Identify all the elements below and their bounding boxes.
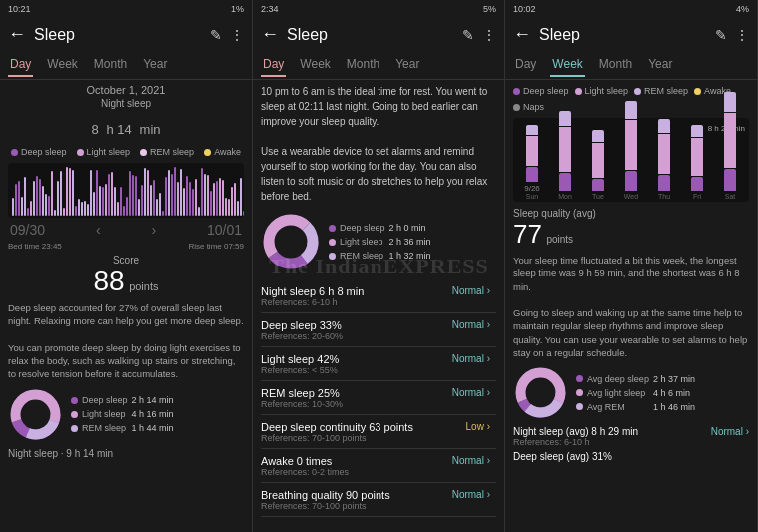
donut-val-deep-1: 2 h 14 min — [132, 395, 182, 405]
stat-badge-0[interactable]: Normal › — [446, 284, 496, 297]
tab-week-1[interactable]: Week — [45, 53, 79, 77]
rise-time-1: Rise time 07:59 — [188, 242, 244, 251]
back-button-1[interactable]: ← — [8, 24, 26, 45]
donut-label-deep-3: Avg deep sleep — [587, 374, 649, 384]
stat-badge-3[interactable]: Normal › — [446, 386, 496, 399]
tab-year-3[interactable]: Year — [646, 53, 674, 77]
donut-item-light-1: Light sleep 4 h 16 min — [71, 409, 182, 419]
night-sleep-avg-badge-3[interactable]: Normal › — [711, 426, 749, 437]
week-bar-mon: Mon — [550, 111, 580, 200]
status-battery-3: 4% — [736, 4, 749, 14]
edit-icon-3[interactable]: ✎ — [715, 27, 727, 43]
status-time-3: 10:02 — [513, 4, 536, 14]
stat-ref-3: References: 10-30% — [261, 399, 496, 409]
bar-deep-tue — [592, 179, 604, 191]
tab-bar-1: Day Week Month Year — [0, 51, 252, 80]
bar-day-fri: Fri — [693, 193, 701, 200]
donut-item-deep-1: Deep sleep 2 h 14 min — [71, 395, 182, 405]
week-bar-tue: Tue — [583, 130, 613, 200]
donut-dot-rem-1 — [71, 425, 78, 432]
donut-val-rem-1: 1 h 44 min — [132, 423, 182, 433]
dot-awake-1 — [204, 149, 211, 156]
sleep-duration-1: Night sleep 8 h 14 min — [8, 98, 244, 141]
donut-dot-light-3 — [576, 389, 583, 396]
bar-deep-mon — [559, 173, 571, 191]
stat-name-3: REM sleep 25% — [261, 387, 340, 399]
donut-val-light-2: 2 h 36 min — [389, 237, 439, 247]
quality-row-3: Sleep quality (avg) 77 points — [513, 208, 749, 250]
quality-score-3: 77 points — [513, 219, 596, 250]
legend-label-rem-1: REM sleep — [150, 147, 194, 157]
page-title-3: Sleep — [539, 26, 715, 44]
leg-rem-3: REM sleep — [634, 86, 688, 96]
page-title-2: Sleep — [287, 26, 462, 44]
leg-dot-rem-3 — [634, 88, 641, 95]
week-bar-thu: Thu — [649, 119, 679, 200]
nav-left-1: 09/30 — [10, 222, 45, 238]
edit-icon-2[interactable]: ✎ — [462, 27, 474, 43]
bar-label-sun: 9/26 — [524, 184, 540, 193]
stat-name-5: Awake 0 times — [261, 455, 332, 467]
status-time-2: 2:34 — [261, 4, 279, 14]
bar-rem-sun — [526, 125, 538, 135]
donut-dot-deep-1 — [71, 397, 78, 404]
tab-year-2[interactable]: Year — [393, 53, 421, 77]
week-bar-fri: Fri — [682, 125, 712, 200]
tab-day-2[interactable]: Day — [261, 53, 286, 77]
more-icon-3[interactable]: ⋮ — [735, 27, 749, 43]
stat-badge-1[interactable]: Normal › — [446, 318, 496, 331]
leg-dot-naps-3 — [513, 104, 520, 111]
bar-day-sat: Sat — [725, 193, 736, 200]
donut-dot-deep-2 — [329, 225, 336, 232]
sleep-chart-1 — [8, 163, 244, 218]
more-icon-1[interactable]: ⋮ — [230, 27, 244, 43]
week-bar-sat: Sat — [715, 92, 745, 200]
tab-day-1[interactable]: Day — [8, 53, 33, 77]
content-2: 10 pm to 6 am is the ideal time for rest… — [253, 80, 504, 532]
svg-point-7 — [281, 232, 301, 252]
bar-deep-sat — [724, 169, 736, 191]
donut-label-light-2: Light sleep — [340, 237, 383, 247]
back-button-3[interactable]: ← — [513, 24, 531, 45]
bed-time-1: Bed time 23:45 — [8, 242, 62, 251]
stat-badge-5[interactable]: Normal › — [446, 454, 496, 467]
tab-week-3[interactable]: Week — [550, 53, 584, 77]
tab-year-1[interactable]: Year — [141, 53, 169, 77]
more-icon-2[interactable]: ⋮ — [482, 27, 496, 43]
week-bars-3: 9/26 Sun Mon — [517, 135, 745, 200]
donut-val-light-1: 4 h 16 min — [132, 409, 182, 419]
tab-week-2[interactable]: Week — [298, 53, 332, 77]
donut-val-deep-2: 2 h 0 min — [389, 223, 439, 233]
back-button-2[interactable]: ← — [261, 24, 279, 45]
bar-light-wed — [625, 120, 637, 170]
page-title-1: Sleep — [34, 26, 210, 44]
content-1: October 1, 2021 Night sleep 8 h 14 min D… — [0, 80, 252, 532]
donut-dot-rem-3 — [576, 403, 583, 410]
tab-day-3[interactable]: Day — [513, 53, 538, 77]
stat-badge-6[interactable]: Normal › — [446, 488, 496, 501]
bar-light-tue — [592, 143, 604, 178]
nav-right-1: 10/01 — [207, 222, 242, 238]
donut-section-1: Deep sleep 2 h 14 min Light sleep 4 h 16… — [8, 387, 244, 442]
stat-name-1: Deep sleep 33% — [261, 319, 342, 331]
donut-item-rem-2: REM sleep 1 h 32 min — [329, 251, 439, 261]
stat-badge-4[interactable]: Low › — [460, 420, 496, 433]
stat-row-3: REM sleep 25% Normal › References: 10-30… — [261, 381, 496, 415]
sleep-min-1: 14 — [117, 122, 131, 137]
header-1: ← Sleep ✎ ⋮ — [0, 18, 252, 51]
donut-item-deep-3: Avg deep sleep 2 h 37 min — [576, 374, 703, 384]
stat-title-0: Night sleep 6 h 8 min Normal › — [261, 284, 496, 297]
leg-dot-deep-3 — [513, 88, 520, 95]
sleep-time-big-1: 8 h 14 min — [8, 109, 244, 141]
tab-month-3[interactable]: Month — [597, 53, 634, 77]
tab-month-1[interactable]: Month — [92, 53, 129, 77]
deep-sleep-avg-3: Deep sleep (avg) 31% — [513, 451, 749, 462]
dot-rem-1 — [140, 149, 147, 156]
nav-next-btn-1[interactable]: › — [151, 222, 156, 238]
donut-item-light-3: Avg light sleep 4 h 6 min — [576, 388, 703, 398]
stat-row-4: Deep sleep continuity 63 points Low › Re… — [261, 415, 496, 449]
edit-icon-1[interactable]: ✎ — [210, 27, 222, 43]
tab-month-2[interactable]: Month — [345, 53, 381, 77]
nav-prev-btn-1[interactable]: ‹ — [96, 222, 101, 238]
stat-badge-2[interactable]: Normal › — [446, 352, 496, 365]
